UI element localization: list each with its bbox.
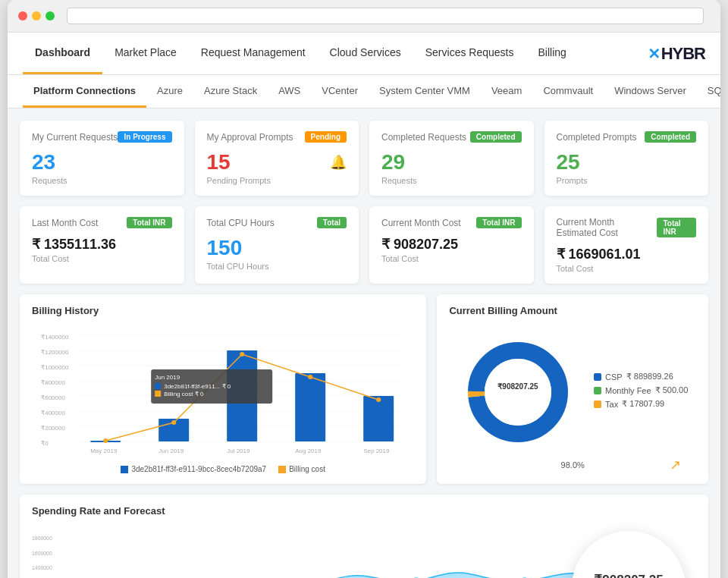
svg-text:₹908207.25: ₹908207.25 [497, 382, 538, 391]
svg-point-25 [376, 397, 381, 402]
svg-text:Jun 2019: Jun 2019 [155, 374, 180, 381]
svg-text:₹600000: ₹600000 [41, 394, 65, 401]
nav-links: Dashboard Market Place Request Managemen… [23, 33, 579, 74]
svg-rect-35 [155, 391, 161, 397]
label-estimated: Total Cost [557, 264, 697, 273]
svg-text:Jun 2019: Jun 2019 [158, 448, 184, 454]
badge-totalinr-1: Total INR [127, 217, 171, 228]
svg-text:₹1000000: ₹1000000 [41, 364, 69, 371]
popup-amount: ₹908207.25 [594, 572, 663, 578]
cards-row-2: Last Month Cost Total INR ₹ 1355111.36 T… [20, 206, 708, 284]
dot-red[interactable] [18, 11, 27, 20]
svg-text:Sep 2019: Sep 2019 [363, 448, 390, 454]
cards-row-1: My Current Requests In Progress 23 Reque… [20, 121, 708, 196]
subnav-azure[interactable]: Azure [146, 75, 193, 108]
svg-text:Jul 2019: Jul 2019 [227, 448, 250, 454]
svg-point-21 [103, 438, 108, 443]
donut-svg: ₹908207.25 [457, 331, 579, 453]
nav-item-servicereq[interactable]: Services Requests [413, 33, 526, 74]
label-cpu-hours: Total CPU Hours [207, 262, 347, 271]
legend-tax-label: Tax [605, 400, 618, 409]
charts-row: Billing History ₹1400000 ₹1200000 ₹10000… [20, 294, 708, 484]
arrow-indicator: ↗ [670, 457, 681, 473]
card-header-6: Total CPU Hours Total [207, 217, 347, 228]
svg-rect-20 [363, 396, 394, 441]
logo: ✕HYBR [648, 44, 705, 64]
current-billing-title: Current Billing Amount [449, 305, 696, 316]
card-title-6: Total CPU Hours [207, 218, 275, 228]
svg-text:₹400000: ₹400000 [41, 410, 65, 416]
svg-text:Billing cost        ₹ 0: Billing cost ₹ 0 [164, 391, 204, 397]
address-bar[interactable] [67, 8, 704, 24]
dot-yellow[interactable] [32, 11, 41, 20]
svg-text:3de2b81f-ff3f-e911... ₹ 0: 3de2b81f-ff3f-e911... ₹ 0 [164, 383, 231, 390]
subnav-sql-server[interactable]: SQL Server [697, 75, 720, 108]
value-current-requests: 23 [32, 150, 172, 174]
nav-item-dashboard[interactable]: Dashboard [23, 33, 102, 74]
forecast-title: Spending Rate and Forecast [32, 505, 696, 517]
legend-monthly-fee: Monthly Fee ₹ 500.00 [594, 385, 688, 395]
nav-item-billing[interactable]: Billing [526, 33, 578, 74]
card-header-3: Completed Requests Completed [381, 131, 522, 143]
card-header-8: Current Month Estimated Cost Total INR [557, 217, 697, 238]
legend-fee-label: Monthly Fee [605, 386, 651, 395]
card-last-month-cost: Last Month Cost Total INR ₹ 1355111.36 T… [20, 206, 184, 284]
browser-chrome [8, 0, 720, 33]
legend-tax: Tax ₹ 17807.99 [594, 399, 688, 409]
subnav-azure-stack[interactable]: Azure Stack [193, 75, 268, 108]
svg-point-40 [485, 359, 551, 426]
subnav-veeam[interactable]: Veeam [481, 75, 532, 108]
subnav-aws[interactable]: AWS [268, 75, 311, 108]
badge-pending: Pending [305, 131, 347, 143]
label-completed-prompts: Prompts [557, 176, 697, 185]
svg-rect-19 [295, 373, 325, 441]
bell-icon: 🔔 [330, 154, 347, 171]
svg-point-23 [240, 352, 244, 357]
value-last-month: ₹ 1355111.36 [32, 236, 172, 253]
forecast-card: Spending Rate and Forecast 1800000 16000… [20, 495, 708, 578]
svg-text:May 2019: May 2019 [90, 448, 118, 454]
card-header-2: My Approval Prompts Pending [207, 131, 347, 143]
svg-point-22 [171, 420, 176, 425]
card-title-2: My Approval Prompts [207, 132, 293, 143]
donut-area: ₹908207.25 CSP ₹ 889899.26 Monthly Fee ₹ [449, 324, 696, 460]
card-header-4: Completed Prompts Completed [557, 131, 697, 143]
subnav-platform-connections[interactable]: Platform Connections [23, 75, 146, 108]
subnav-system-center[interactable]: System Center VMM [369, 75, 481, 108]
svg-text:1800000: 1800000 [32, 536, 52, 541]
legend-tax-value: ₹ 17807.99 [622, 399, 664, 409]
value-estimated: ₹ 1669061.01 [557, 246, 697, 262]
legend-csp: CSP ₹ 889899.26 [594, 372, 688, 382]
dot-green[interactable] [46, 11, 55, 20]
svg-text:₹800000: ₹800000 [41, 379, 65, 386]
card-title-7: Current Month Cost [381, 218, 461, 228]
subnav-vcenter[interactable]: VCenter [311, 75, 369, 108]
card-header-7: Current Month Cost Total INR [381, 217, 522, 228]
card-completed-prompts: Completed Prompts Completed 25 Prompts [544, 121, 709, 196]
card-header-5: Last Month Cost Total INR [32, 217, 172, 228]
value-completed-requests: 29 [381, 150, 522, 174]
legend-billing-cost: Billing cost [278, 465, 325, 473]
label-last-month: Total Cost [32, 254, 172, 263]
label-current-month: Total Cost [381, 254, 522, 263]
legend-csp-label: CSP [605, 372, 623, 382]
svg-text:1600000: 1600000 [32, 551, 52, 556]
browser-dots [18, 11, 55, 20]
nav-item-requestmgmt[interactable]: Request Management [189, 33, 318, 74]
logo-icon: ✕ [648, 45, 660, 63]
card-cpu-hours: Total CPU Hours Total 150 Total CPU Hour… [195, 206, 359, 284]
subnav-windows-server[interactable]: Windows Server [604, 75, 697, 108]
nav-item-cloudservices[interactable]: Cloud Services [318, 33, 413, 74]
badge-totalinr-2: Total INR [476, 217, 521, 228]
card-title-8: Current Month Estimated Cost [557, 217, 657, 238]
nav-item-marketplace[interactable]: Market Place [102, 33, 189, 74]
label-completed-requests: Requests [381, 176, 522, 185]
sub-nav: Platform Connections Azure Azure Stack A… [8, 75, 720, 108]
subnav-commvault[interactable]: Commvault [532, 75, 604, 108]
label-approval-prompts: Pending Prompts [207, 176, 347, 185]
content-area: My Current Requests In Progress 23 Reque… [8, 108, 720, 578]
svg-point-24 [308, 375, 312, 379]
value-approval-prompts: 15 [207, 150, 231, 174]
card-title-1: My Current Requests [32, 132, 118, 143]
legend-csp-value: ₹ 889899.26 [626, 372, 673, 382]
